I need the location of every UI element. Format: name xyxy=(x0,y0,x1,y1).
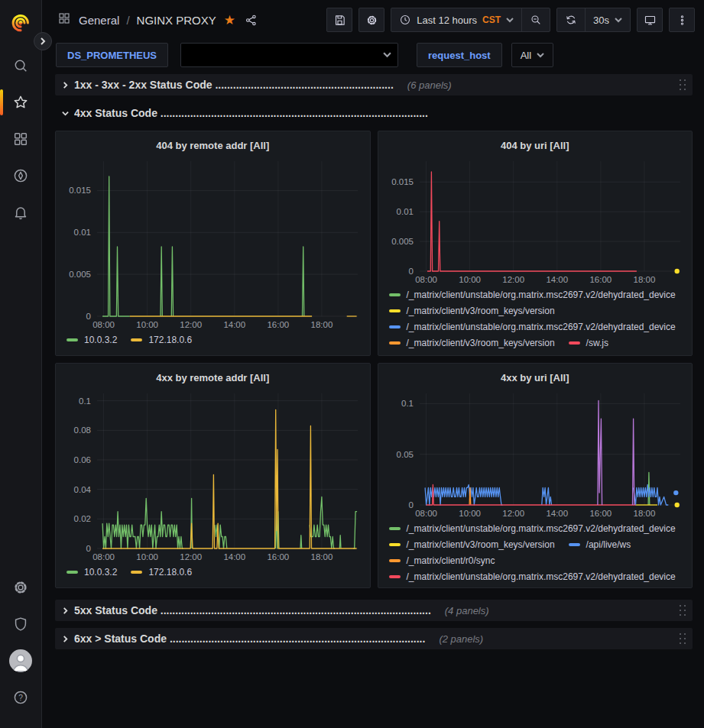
legend-item[interactable]: /_matrix/client/unstable/org.matrix.msc2… xyxy=(389,290,676,300)
svg-text:0.005: 0.005 xyxy=(391,237,414,246)
zoom-out-button[interactable] xyxy=(521,8,550,31)
breadcrumb-folder[interactable]: General xyxy=(79,14,119,27)
open-menu-button[interactable] xyxy=(34,32,52,50)
apps-grid-icon[interactable] xyxy=(57,11,71,28)
svg-text:10:00: 10:00 xyxy=(136,552,158,561)
time-series-chart[interactable]: 08:0010:0012:0014:0016:0018:0000.050.1 xyxy=(384,387,686,520)
svg-text:16:00: 16:00 xyxy=(267,552,289,561)
drag-handle-icon[interactable] xyxy=(677,602,686,619)
variable-value: All xyxy=(521,50,531,61)
variables-bar: DS_PROMETHEUS request_host All xyxy=(42,40,704,73)
legend-label: 172.18.0.6 xyxy=(148,567,192,578)
panel-title[interactable]: 404 by remote addr [All] xyxy=(62,135,364,155)
avatar[interactable] xyxy=(5,645,36,676)
panel-404-by-uri: 404 by uri [All] 08:0010:0012:0014:0016:… xyxy=(378,131,693,356)
legend-label: /sw.js xyxy=(586,338,608,348)
sidebar-item-alerting[interactable] xyxy=(5,197,36,228)
time-series-chart[interactable]: 08:0010:0012:0014:0016:0018:0000.0050.01… xyxy=(62,155,364,332)
svg-text:0.01: 0.01 xyxy=(396,207,413,216)
legend-label: /_matrix/client/v3/room_keys/version xyxy=(407,338,555,348)
legend-item[interactable]: /_matrix/client/unstable/org.matrix.msc2… xyxy=(389,523,676,534)
timezone-label: CST xyxy=(482,15,501,25)
legend-item[interactable]: 172.18.0.6 xyxy=(131,567,192,578)
drag-handle-icon[interactable] xyxy=(677,76,686,93)
legend-item[interactable]: /_matrix/client/v3/room_keys/version xyxy=(389,306,555,316)
row-5xx[interactable]: 5xx Status Code ........................… xyxy=(55,600,693,621)
svg-text:14:00: 14:00 xyxy=(223,320,245,329)
svg-text:16:00: 16:00 xyxy=(589,275,612,284)
main-area: General / NGINX PROXY ★ Last 12 hours xyxy=(42,0,704,728)
legend-swatch xyxy=(67,338,78,341)
kebab-menu-icon[interactable] xyxy=(669,8,695,32)
chart-legend: /_matrix/client/unstable/org.matrix.msc2… xyxy=(384,286,686,354)
favorite-star-icon[interactable]: ★ xyxy=(224,12,235,28)
panel-title[interactable]: 4xx by uri [All] xyxy=(384,367,686,387)
panel-4xx-by-uri: 4xx by uri [All] 08:0010:0012:0014:0016:… xyxy=(378,363,693,588)
time-range-picker[interactable]: Last 12 hours CST xyxy=(391,8,521,31)
dashboard-toolbar: Last 12 hours CST 30s xyxy=(326,8,695,32)
legend-item[interactable]: 172.18.0.6 xyxy=(131,335,192,345)
panel-title[interactable]: 4xx by remote addr [All] xyxy=(62,367,364,387)
help-icon[interactable]: ? xyxy=(5,682,36,713)
dashboard-title[interactable]: NGINX PROXY xyxy=(137,14,216,27)
svg-text:18:00: 18:00 xyxy=(311,552,333,561)
panel-title[interactable]: 404 by uri [All] xyxy=(384,135,686,155)
legend-item[interactable]: /_matrix/client/r0/sync xyxy=(389,555,495,566)
refresh-group: 30s xyxy=(556,8,631,32)
legend-item[interactable]: /_matrix/client/v3/room_keys/version xyxy=(389,539,555,550)
legend-swatch xyxy=(389,527,401,530)
dashboard-settings-button[interactable] xyxy=(358,8,384,32)
sidebar-item-starred[interactable] xyxy=(5,87,36,118)
tv-mode-button[interactable] xyxy=(637,8,663,32)
shield-icon[interactable] xyxy=(5,609,36,639)
share-icon[interactable] xyxy=(245,14,258,27)
search-icon[interactable] xyxy=(5,50,36,81)
row-panel-count: (2 panels) xyxy=(439,633,483,645)
sidebar-item-explore[interactable] xyxy=(5,160,36,191)
row-1xx-3xx-2xx[interactable]: 1xx - 3xx - 2xx Status Code ............… xyxy=(55,74,693,95)
legend-swatch xyxy=(389,293,401,296)
legend-label: 10.0.3.2 xyxy=(84,335,117,345)
variable-select-datasource[interactable] xyxy=(180,43,398,67)
svg-text:0.06: 0.06 xyxy=(74,455,91,464)
legend-label: 172.18.0.6 xyxy=(148,335,192,345)
legend-item[interactable]: 10.0.3.2 xyxy=(67,567,117,578)
refresh-button[interactable] xyxy=(557,8,585,31)
sidebar-item-dashboards[interactable] xyxy=(5,124,36,154)
legend-swatch xyxy=(569,543,580,546)
save-dashboard-button[interactable] xyxy=(326,8,352,32)
row-title: 5xx Status Code ........................… xyxy=(74,604,431,616)
svg-text:0.04: 0.04 xyxy=(74,485,92,494)
variable-label-request-host[interactable]: request_host xyxy=(417,43,502,67)
svg-text:0: 0 xyxy=(408,267,413,276)
variable-select-request-host[interactable]: All xyxy=(511,43,553,67)
legend-item[interactable]: 10.0.3.2 xyxy=(67,335,117,345)
legend-item[interactable]: /_matrix/client/unstable/org.matrix.msc2… xyxy=(389,322,676,332)
grafana-logo[interactable] xyxy=(5,8,36,38)
legend-item[interactable]: /_matrix/client/v3/room_keys/version xyxy=(389,338,555,348)
svg-text:08:00: 08:00 xyxy=(92,552,115,561)
gear-icon[interactable] xyxy=(5,572,36,603)
legend-swatch xyxy=(389,543,401,546)
svg-text:0.05: 0.05 xyxy=(396,450,413,459)
time-series-chart[interactable]: 08:0010:0012:0014:0016:0018:0000.0050.01… xyxy=(384,155,686,286)
chevron-down-icon xyxy=(537,50,544,61)
svg-text:10:00: 10:00 xyxy=(136,320,158,329)
legend-item[interactable]: /_matrix/client/unstable/org.matrix.msc2… xyxy=(389,571,676,582)
legend-swatch xyxy=(389,325,401,328)
chevron-right-icon xyxy=(62,636,69,642)
chart-legend: 10.0.3.2172.18.0.6 xyxy=(62,564,364,586)
row-4xx[interactable]: 4xx Status Code ........................… xyxy=(55,102,693,124)
drag-handle-icon[interactable] xyxy=(677,630,686,647)
legend-item[interactable]: /sw.js xyxy=(569,338,608,348)
svg-text:0.005: 0.005 xyxy=(69,270,91,279)
row-6xx[interactable]: 6xx > Status Code ......................… xyxy=(55,628,693,649)
variable-label-ds-prometheus[interactable]: DS_PROMETHEUS xyxy=(56,43,168,67)
row-title: 4xx Status Code ........................… xyxy=(74,107,428,119)
svg-text:18:00: 18:00 xyxy=(633,509,655,518)
time-series-chart[interactable]: 08:0010:0012:0014:0016:0018:0000.020.040… xyxy=(62,387,364,564)
legend-item[interactable]: /api/live/ws xyxy=(569,539,631,550)
legend-label: /api/live/ws xyxy=(586,539,631,550)
refresh-interval-picker[interactable]: 30s xyxy=(585,8,630,31)
svg-text:0: 0 xyxy=(86,312,91,321)
